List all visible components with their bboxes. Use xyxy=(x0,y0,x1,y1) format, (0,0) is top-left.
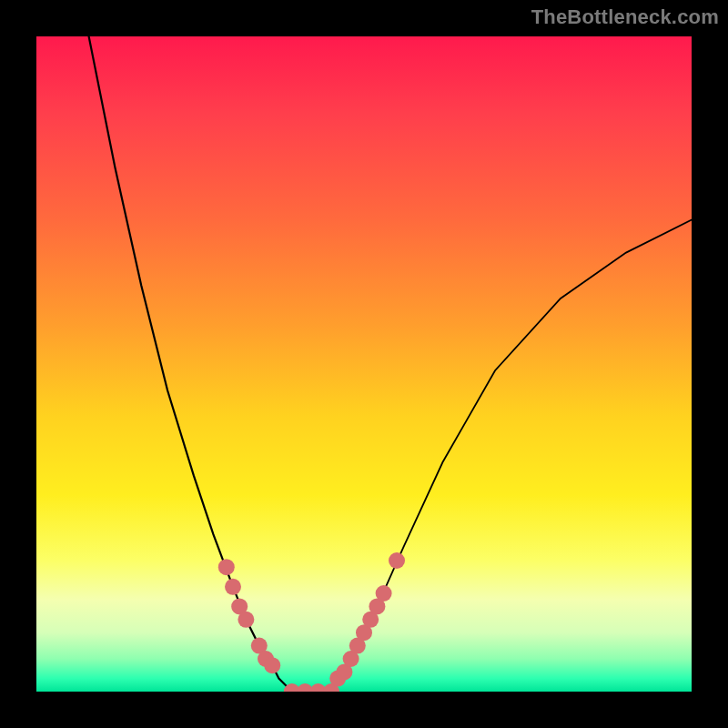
curve-right xyxy=(331,220,692,692)
chart-frame: TheBottleneck.com xyxy=(0,0,728,728)
plot-area xyxy=(36,36,692,692)
curve-marker xyxy=(389,552,405,569)
curve-markers xyxy=(218,552,405,692)
curve-marker xyxy=(238,612,254,628)
curve-layer xyxy=(36,36,692,692)
curve-marker xyxy=(218,559,235,575)
curve-marker xyxy=(376,585,392,602)
watermark-text: TheBottleneck.com xyxy=(531,5,719,29)
curve-marker xyxy=(264,657,280,673)
curve-left xyxy=(89,36,292,692)
curve-marker xyxy=(225,579,241,595)
